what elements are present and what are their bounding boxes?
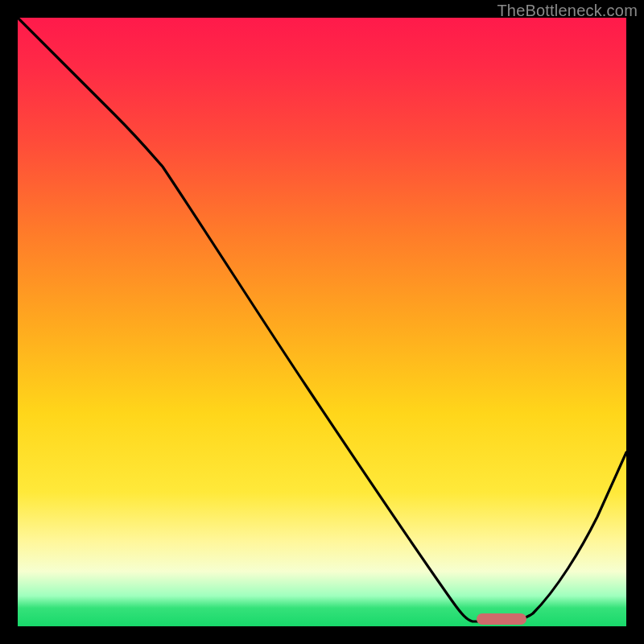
watermark-text: TheBottleneck.com (497, 2, 638, 20)
gradient-plot-area (18, 18, 626, 626)
curve-path (18, 18, 626, 621)
bottleneck-curve (18, 18, 626, 626)
chart-frame: TheBottleneck.com (0, 0, 644, 644)
optimal-range-marker (477, 613, 526, 625)
